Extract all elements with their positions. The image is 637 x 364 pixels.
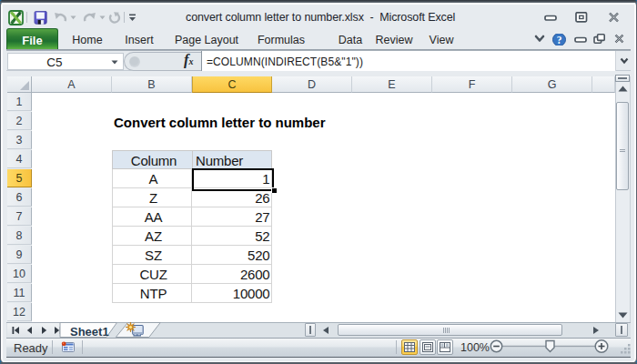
svg-text:?: ? <box>557 35 562 46</box>
